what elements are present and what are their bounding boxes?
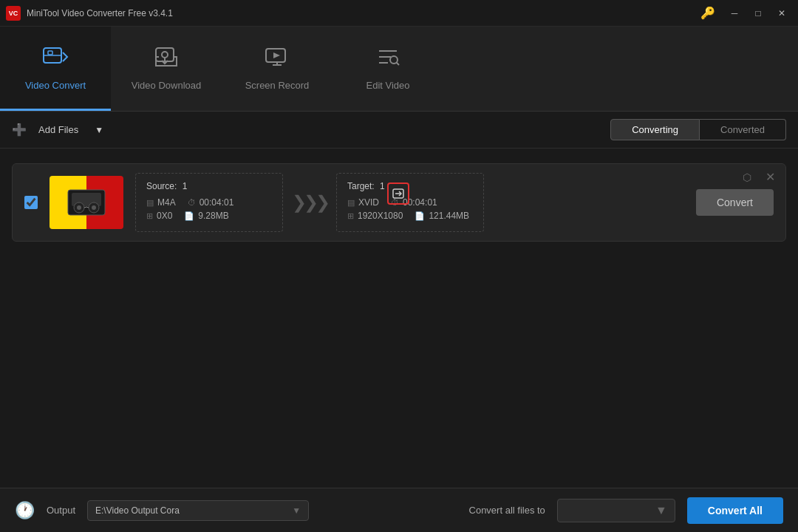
convert-arrow: ❯❯❯ bbox=[292, 192, 327, 213]
target-format-icon: ▤ bbox=[347, 198, 355, 208]
maximize-button[interactable]: □ bbox=[748, 5, 768, 21]
clock-icon: ⏱ bbox=[188, 198, 196, 207]
main-content: Source: 1 ▤ M4A ⏱ 00:04:01 ⊞ bbox=[0, 149, 798, 256]
source-meta-row-2: ⊞ 0X0 📄 9.28MB bbox=[146, 211, 272, 221]
nav-label-video-download: Video Download bbox=[132, 80, 201, 91]
convert-all-format-selector[interactable]: ▼ bbox=[557, 499, 675, 522]
convert-all-button[interactable]: Convert All bbox=[687, 497, 783, 524]
svg-point-20 bbox=[92, 205, 96, 210]
file-thumbnail bbox=[50, 176, 123, 229]
nav-label-video-convert: Video Convert bbox=[25, 80, 86, 91]
card-close-button[interactable]: ✕ bbox=[761, 170, 780, 185]
minimize-button[interactable]: ─ bbox=[724, 5, 745, 21]
output-dropdown-arrow: ▼ bbox=[292, 505, 301, 516]
convert-all-dropdown-arrow: ▼ bbox=[655, 504, 667, 517]
add-files-dropdown-button[interactable]: ▼ bbox=[90, 122, 108, 138]
convert-button[interactable]: Convert bbox=[696, 189, 774, 216]
size-icon: 📄 bbox=[184, 211, 194, 221]
edit-video-icon bbox=[375, 45, 401, 74]
close-button[interactable]: ✕ bbox=[771, 5, 792, 21]
file-card: Source: 1 ▤ M4A ⏱ 00:04:01 ⊞ bbox=[12, 163, 786, 242]
target-header: Target: 1 bbox=[347, 181, 473, 191]
target-meta-row-2: ⊞ 1920X1080 📄 121.44MB bbox=[347, 211, 473, 221]
convert-all-files-label: Convert all files to bbox=[469, 505, 545, 516]
format-icon: ▤ bbox=[146, 198, 154, 208]
target-edit-button[interactable] bbox=[387, 183, 409, 205]
file-card-checkbox[interactable] bbox=[24, 196, 38, 209]
add-files-button[interactable]: Add Files bbox=[33, 121, 84, 138]
svg-rect-1 bbox=[48, 51, 52, 55]
nav-bar: Video Convert Video Download Screen Reco… bbox=[0, 27, 798, 112]
card-info-button[interactable]: ⬡ bbox=[738, 170, 756, 185]
tab-converting[interactable]: Converting bbox=[610, 119, 700, 140]
svg-point-4 bbox=[162, 52, 168, 58]
title-bar-left: VC MiniTool Video Converter Free v3.4.1 bbox=[6, 6, 173, 21]
nav-label-edit-video: Edit Video bbox=[366, 80, 409, 91]
tab-converted[interactable]: Converted bbox=[700, 119, 786, 140]
cassette-svg bbox=[64, 184, 109, 221]
source-resolution: ⊞ 0X0 bbox=[146, 211, 172, 221]
output-path-text: E:\Video Output Cora bbox=[95, 505, 286, 516]
source-block: Source: 1 ▤ M4A ⏱ 00:04:01 ⊞ bbox=[135, 173, 283, 232]
bottom-bar: 🕐 Output E:\Video Output Cora ▼ Convert … bbox=[0, 488, 798, 532]
tab-group: Converting Converted bbox=[610, 119, 786, 140]
target-size-icon: 📄 bbox=[415, 211, 425, 221]
source-meta-row-1: ▤ M4A ⏱ 00:04:01 bbox=[146, 197, 272, 208]
title-bar: VC MiniTool Video Converter Free v3.4.1 … bbox=[0, 0, 798, 27]
app-title: MiniTool Video Converter Free v3.4.1 bbox=[27, 8, 173, 18]
source-size: 📄 9.28MB bbox=[184, 211, 228, 221]
svg-point-19 bbox=[77, 205, 81, 210]
nav-label-screen-record: Screen Record bbox=[245, 80, 310, 91]
target-size: 📄 121.44MB bbox=[415, 211, 469, 221]
video-convert-icon bbox=[42, 45, 69, 74]
source-header: Source: 1 bbox=[146, 181, 272, 191]
video-download-icon bbox=[153, 45, 180, 74]
resolution-icon: ⊞ bbox=[146, 211, 153, 221]
nav-item-video-convert[interactable]: Video Convert bbox=[0, 27, 111, 111]
nav-spacer bbox=[443, 27, 798, 111]
window-controls: ─ □ ✕ bbox=[724, 5, 792, 21]
source-duration: ⏱ 00:04:01 bbox=[188, 197, 234, 208]
toolbar: ➕ Add Files ▼ Converting Converted bbox=[0, 112, 798, 149]
svg-line-14 bbox=[397, 62, 400, 65]
add-files-icon: ➕ bbox=[12, 123, 27, 137]
file-info-area: Source: 1 ▤ M4A ⏱ 00:04:01 ⊞ bbox=[135, 173, 684, 232]
output-label: Output bbox=[47, 505, 75, 516]
svg-marker-7 bbox=[273, 52, 280, 58]
source-format: ▤ M4A bbox=[146, 197, 176, 208]
output-clock-icon: 🕐 bbox=[15, 501, 35, 520]
screen-record-icon bbox=[264, 45, 290, 74]
target-resolution: ⊞ 1920X1080 bbox=[347, 211, 403, 221]
nav-item-screen-record[interactable]: Screen Record bbox=[222, 27, 332, 111]
target-meta-row-1: ▤ XVID ⏱ 00:04:01 bbox=[347, 197, 473, 208]
edit-icon bbox=[392, 188, 404, 199]
key-icon[interactable]: 🔑 bbox=[700, 6, 715, 20]
nav-item-edit-video[interactable]: Edit Video bbox=[332, 27, 443, 111]
nav-item-video-download[interactable]: Video Download bbox=[111, 27, 222, 111]
target-format: ▤ XVID bbox=[347, 197, 379, 208]
target-resolution-icon: ⊞ bbox=[347, 211, 354, 221]
output-path-box[interactable]: E:\Video Output Cora ▼ bbox=[87, 500, 309, 521]
app-logo: VC bbox=[6, 6, 21, 21]
target-block: Target: 1 ▤ XVID ⏱ 00:04:01 ⊞ bbox=[336, 173, 484, 232]
